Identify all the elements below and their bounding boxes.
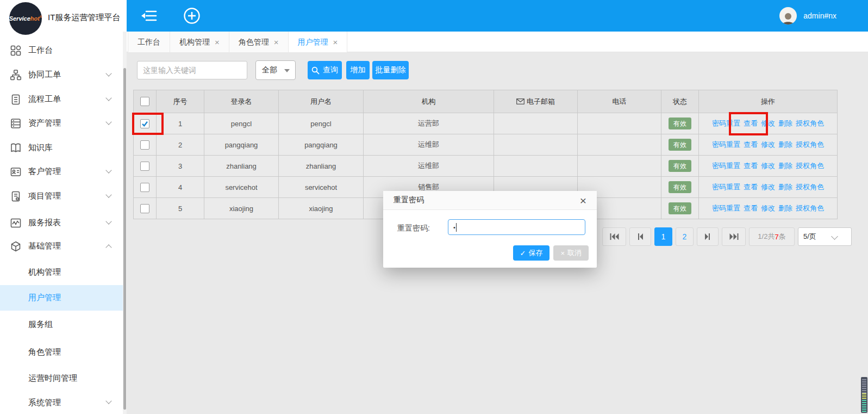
filter-select[interactable]: 全部	[255, 60, 296, 80]
server-icon	[10, 118, 21, 129]
action-link[interactable]: 授权角色	[796, 162, 824, 170]
sidebar-item-process-orders[interactable]: 流程工单	[0, 87, 123, 112]
username: admin#nx	[803, 11, 836, 20]
query-button[interactable]: 查询	[308, 61, 342, 79]
close-tab-icon[interactable]: ×	[215, 38, 220, 46]
select-all-checkbox[interactable]	[140, 97, 149, 106]
search-icon	[311, 66, 320, 75]
action-link[interactable]: 删除	[778, 183, 792, 191]
action-link[interactable]: 修改	[761, 162, 775, 170]
action-link[interactable]: 修改	[761, 204, 775, 212]
chevron-down-icon	[105, 119, 111, 125]
last-page-button[interactable]	[722, 227, 746, 246]
sidebar-item-service-group[interactable]: 服务组	[0, 312, 123, 337]
page-size-select[interactable]: 5/页	[798, 227, 852, 246]
close-tab-icon[interactable]: ×	[274, 38, 279, 46]
action-link[interactable]: 修改	[761, 183, 775, 191]
tab-workbench[interactable]: 工作台	[128, 32, 170, 52]
search-input[interactable]	[137, 61, 247, 79]
user-menu[interactable]: admin#nx	[779, 7, 868, 24]
tab-role-management[interactable]: 角色管理 ×	[229, 32, 289, 52]
cell-actions: 密码重置查看修改删除授权角色	[699, 198, 838, 219]
action-link[interactable]: 密码重置	[712, 183, 740, 191]
cell-login: servicehot	[204, 177, 279, 198]
action-link[interactable]: 密码重置	[712, 204, 740, 212]
close-icon[interactable]: ×	[580, 195, 586, 206]
sidebar-item-system-management[interactable]: 系统管理	[0, 390, 123, 414]
action-link[interactable]: 授权角色	[796, 183, 824, 191]
action-link[interactable]: 删除	[778, 204, 792, 212]
new-item-icon[interactable]	[183, 7, 201, 24]
action-link[interactable]: 查看	[744, 162, 758, 170]
first-page-button[interactable]	[602, 227, 626, 246]
sidebar-item-knowledge-base[interactable]: 知识库	[0, 135, 123, 160]
sidebar-item-workbench[interactable]: 工作台	[0, 38, 123, 63]
action-link[interactable]: 修改	[761, 140, 775, 149]
x-icon: ×	[560, 249, 565, 257]
save-button[interactable]: ✓ 保存	[513, 245, 550, 261]
chevron-down-icon	[105, 218, 111, 224]
action-link[interactable]: 密码重置	[712, 140, 740, 149]
row-checkbox[interactable]	[140, 140, 149, 150]
nodes-icon	[10, 70, 21, 81]
next-page-icon	[704, 233, 711, 240]
id-card-icon	[10, 166, 21, 177]
reset-password-input[interactable]: •	[448, 219, 585, 235]
sidebar-item-project-management[interactable]: 项目管理	[0, 184, 123, 208]
action-link[interactable]: 查看	[744, 140, 758, 149]
text-cursor	[456, 223, 457, 232]
cell-status: 有效	[661, 156, 699, 177]
batch-delete-button[interactable]: 批量删除	[372, 61, 409, 79]
action-link[interactable]: 删除	[778, 140, 792, 149]
sidebar-item-user-management[interactable]: 用户管理	[0, 285, 123, 311]
sidebar-item-basic-management[interactable]: 基础管理	[0, 234, 123, 258]
tab-org-management[interactable]: 机构管理 ×	[170, 32, 229, 52]
row-checkbox[interactable]	[140, 183, 149, 192]
page-button-2[interactable]: 2	[676, 227, 694, 246]
action-link[interactable]: 授权角色	[796, 119, 824, 127]
doc-gear-icon	[10, 191, 21, 202]
status-badge: 有效	[669, 139, 691, 151]
chart-icon	[10, 218, 21, 228]
col-actions: 操作	[699, 90, 838, 113]
next-page-button[interactable]	[697, 227, 719, 246]
modal-body: 重置密码: •	[383, 210, 597, 244]
sidebar-scrollbar-thumb[interactable]	[123, 68, 126, 410]
action-link[interactable]: 密码重置	[712, 162, 740, 170]
sidebar-item-service-reports[interactable]: 服务报表	[0, 211, 123, 235]
caret-down-icon	[284, 69, 290, 72]
tab-user-management[interactable]: 用户管理 ×	[289, 32, 348, 52]
action-link[interactable]: 查看	[744, 204, 758, 212]
cell-username: pangqiang	[279, 134, 364, 156]
cell-seq: 3	[157, 156, 204, 177]
action-link[interactable]: 授权角色	[796, 204, 824, 212]
chevron-down-icon	[105, 95, 111, 101]
cancel-button[interactable]: × 取消	[553, 245, 589, 261]
col-login: 登录名	[204, 90, 279, 113]
action-link[interactable]: 授权角色	[796, 140, 824, 149]
action-link[interactable]: 删除	[778, 119, 792, 127]
sidebar-item-role-management[interactable]: 角色管理	[0, 339, 123, 365]
collapse-menu-icon[interactable]	[141, 10, 157, 22]
sidebar-scrollbar-track	[123, 32, 127, 414]
sidebar-item-operation-time[interactable]: 运营时间管理	[0, 366, 123, 391]
action-link[interactable]: 查看	[744, 183, 758, 191]
row-checkbox[interactable]	[140, 162, 149, 171]
page-button-1[interactable]: 1	[654, 227, 672, 246]
sidebar-item-asset-management[interactable]: 资产管理	[0, 111, 123, 135]
table-row: 2 pangqiang pangqiang 运维部 有效 密码重置查看修改删除授…	[134, 134, 838, 156]
close-tab-icon[interactable]: ×	[333, 38, 338, 46]
sidebar-item-collab-orders[interactable]: 协同工单	[0, 63, 123, 87]
add-button[interactable]: 增加	[346, 61, 370, 79]
cell-username: zhanliang	[279, 156, 364, 177]
action-link[interactable]: 删除	[778, 162, 792, 170]
cell-username: servicehot	[279, 177, 364, 198]
servicehot-logo: Servicehot®	[9, 2, 42, 35]
sidebar-item-org-management[interactable]: 机构管理	[0, 259, 123, 285]
col-org: 机构	[364, 90, 494, 113]
row-checkbox[interactable]	[140, 204, 149, 213]
sidebar-item-customer-management[interactable]: 客户管理	[0, 159, 123, 184]
prev-page-button[interactable]	[629, 227, 651, 246]
cell-status: 有效	[661, 198, 699, 219]
document-icon	[10, 94, 21, 105]
